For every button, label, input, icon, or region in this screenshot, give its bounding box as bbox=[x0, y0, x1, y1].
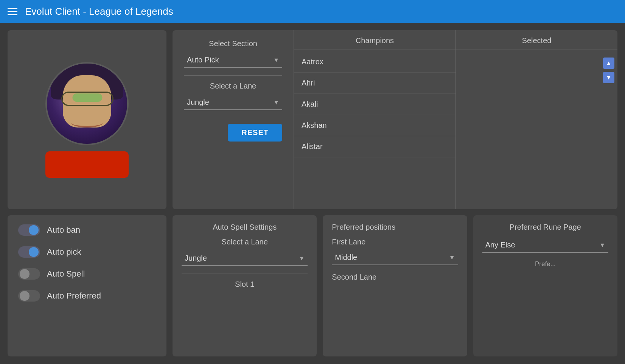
spell-settings-panel: Auto Spell Settings Select a Lane Top Ju… bbox=[173, 215, 317, 356]
lane-label: Select a Lane bbox=[184, 82, 282, 90]
champions-col: Champions Aatrox Ahri Akali Akshan Alist… bbox=[294, 30, 456, 209]
autopreferred-toggle[interactable] bbox=[18, 290, 40, 302]
champ-item-alistar[interactable]: Alistar bbox=[294, 136, 456, 157]
section-dropdown-wrapper: Auto Pick Auto Ban Auto Spell ▼ bbox=[184, 53, 282, 68]
champ-item-aatrox[interactable]: Aatrox bbox=[294, 51, 456, 73]
scroll-up-button[interactable]: ▲ bbox=[603, 58, 614, 69]
autopreferred-label: Auto Preferred bbox=[47, 291, 101, 301]
autospell-toggle[interactable] bbox=[18, 268, 40, 280]
autopick-toggle-thumb bbox=[29, 247, 39, 257]
first-lane-dropdown[interactable]: Top Jungle Middle Bottom Support bbox=[332, 250, 458, 265]
slot-label: Slot 1 bbox=[182, 274, 308, 289]
rune-sub-label: Prefe... bbox=[482, 260, 608, 268]
app-title: Evolut Client - League of Legends bbox=[25, 6, 173, 17]
autoban-label: Auto ban bbox=[47, 225, 80, 235]
main-content: Select Section Auto Pick Auto Ban Auto S… bbox=[0, 23, 625, 364]
lane-dropdown-wrapper: Top Jungle Middle Bottom Support ▼ bbox=[184, 95, 282, 110]
first-lane-dropdown-wrapper: Top Jungle Middle Bottom Support ▼ bbox=[332, 250, 458, 265]
champ-item-ahri[interactable]: Ahri bbox=[294, 73, 456, 94]
rune-dropdown[interactable]: Any Else Precision Domination Sorcery Re… bbox=[482, 238, 608, 253]
selected-header: Selected bbox=[456, 36, 617, 50]
autopick-label: Auto pick bbox=[47, 247, 81, 257]
champ-smile bbox=[71, 118, 103, 128]
champion-avatar bbox=[45, 62, 129, 145]
reset-button[interactable]: RESET bbox=[228, 124, 282, 142]
autopick-toggle[interactable] bbox=[18, 246, 40, 258]
champions-list: Aatrox Ahri Akali Akshan Alistar bbox=[294, 51, 456, 157]
select-left-col: Select Section Auto Pick Auto Ban Auto S… bbox=[173, 30, 294, 209]
divider bbox=[184, 75, 282, 76]
champions-header: Champions bbox=[294, 36, 456, 50]
scroll-arrows: ▲ ▼ bbox=[603, 58, 614, 83]
select-section-label: Select Section bbox=[184, 39, 282, 48]
champion-banner bbox=[45, 151, 129, 178]
rune-page-panel: Preferred Rune Page Any Else Precision D… bbox=[473, 215, 617, 356]
first-lane-label: First Lane bbox=[332, 238, 458, 246]
menu-button[interactable] bbox=[8, 8, 17, 15]
rune-title: Preferred Rune Page bbox=[482, 223, 608, 232]
champ-glasses bbox=[61, 92, 113, 106]
selected-list-area: ▲ ▼ bbox=[456, 50, 617, 156]
positions-title: Preferred positions bbox=[332, 223, 458, 232]
bottom-row: Auto ban Auto pick Auto Spell bbox=[8, 215, 617, 356]
preferred-positions-panel: Preferred positions First Lane Top Jungl… bbox=[323, 215, 467, 356]
autospell-label: Auto Spell bbox=[47, 269, 85, 279]
toggle-row-autospell: Auto Spell bbox=[18, 268, 156, 280]
app-header: Evolut Client - League of Legends bbox=[0, 0, 625, 23]
autospell-toggle-thumb bbox=[20, 269, 30, 279]
select-section-panel: Select Section Auto Pick Auto Ban Auto S… bbox=[173, 30, 617, 209]
champ-item-akshan[interactable]: Akshan bbox=[294, 115, 456, 136]
autoban-toggle-thumb bbox=[29, 225, 39, 235]
champ-item-akali[interactable]: Akali bbox=[294, 94, 456, 115]
toggles-panel: Auto ban Auto pick Auto Spell bbox=[8, 215, 166, 356]
spell-lane-label: Select a Lane bbox=[182, 238, 308, 246]
second-lane-label: Second Lane bbox=[332, 273, 458, 282]
scroll-down-button[interactable]: ▼ bbox=[603, 72, 614, 83]
toggle-row-autoban: Auto ban bbox=[18, 224, 156, 236]
autopreferred-toggle-thumb bbox=[20, 291, 30, 301]
lane-dropdown[interactable]: Top Jungle Middle Bottom Support bbox=[184, 95, 282, 110]
spell-lane-dropdown[interactable]: Top Jungle Middle Bottom Support bbox=[182, 251, 308, 266]
toggle-row-autopreferred: Auto Preferred bbox=[18, 290, 156, 302]
selected-col: Selected ▲ ▼ bbox=[456, 30, 617, 209]
spell-title: Auto Spell Settings bbox=[182, 223, 308, 232]
section-dropdown[interactable]: Auto Pick Auto Ban Auto Spell bbox=[184, 53, 282, 68]
rune-dropdown-wrapper: Any Else Precision Domination Sorcery Re… bbox=[482, 238, 608, 253]
toggle-row-autopick: Auto pick bbox=[18, 246, 156, 258]
spell-lane-dropdown-wrapper: Top Jungle Middle Bottom Support ▼ bbox=[182, 251, 308, 266]
portrait-panel bbox=[8, 30, 166, 209]
autoban-toggle[interactable] bbox=[18, 224, 40, 236]
